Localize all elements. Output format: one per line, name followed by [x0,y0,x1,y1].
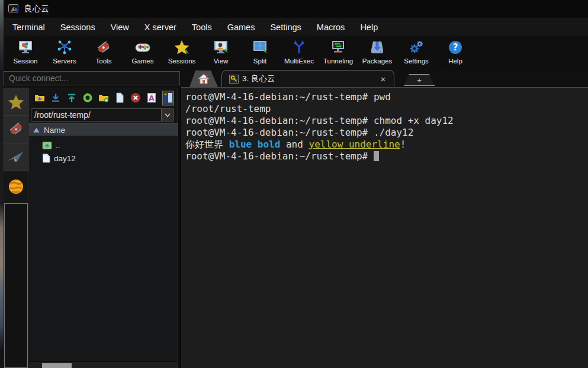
new-folder-icon[interactable] [98,92,109,103]
globe-button[interactable] [4,171,28,202]
file-list[interactable]: .. day12 [29,136,178,361]
menu-help[interactable]: Help [352,20,385,34]
title-bar: 良心云 [4,0,588,18]
current-path: /root/rust-temp/ [31,109,161,121]
paper-plane-icon [7,149,25,165]
toolbar-button-label: Packages [362,57,393,65]
terminal-line: root@VM-4-16-debian:~/rust-temp# [185,151,588,162]
toolbar-split-button[interactable]: Split [240,36,279,69]
menu-x-server[interactable]: X server [137,20,184,34]
toolbar-packages-button[interactable]: Packages [358,36,397,69]
toolbar-multiexec-button[interactable]: MultiExec [279,36,319,69]
toolbar-tools-button[interactable]: Tools [84,36,123,69]
sidebar-macros-button[interactable] [4,143,28,171]
sidebar-sessions-button[interactable] [4,88,28,116]
packages-box-icon [369,39,385,56]
menu-games[interactable]: Games [220,20,263,34]
toolbar-button-label: Tools [96,57,112,65]
tab-new-button[interactable]: + [404,74,435,86]
horizontal-scrollbar[interactable] [29,361,178,368]
multiexec-fork-icon [291,39,307,56]
tab-label: 3. 良心云 [242,73,375,84]
toolbar-tunneling-button[interactable]: Tunneling [319,36,358,69]
home-icon [198,73,210,84]
plus-icon: + [417,76,422,85]
svg-text:?: ? [453,42,458,53]
upload-icon[interactable] [66,92,77,103]
key-icon [229,75,239,84]
toolbar-view-button[interactable]: View [201,36,240,69]
terminal-line: root@VM-4-16-debian:~/rust-temp# ./day12 [185,127,588,139]
terminal-cursor [374,151,379,161]
folder-up-icon[interactable] [34,92,45,103]
file-row-parent[interactable]: .. [29,139,178,152]
toolbar-button-label: Help [448,57,462,65]
file-toolbar: A [29,88,178,108]
toolbar-button-label: Games [131,57,153,65]
terminal-line: /root/rust-temp [185,103,588,115]
toolbar-button-label: Tunneling [323,57,353,65]
path-bar: /root/rust-temp/ [29,108,178,123]
tab-bar: 3. 良心云 × + [181,69,588,88]
sidebar-tools-button[interactable] [4,116,28,143]
chevron-down-icon [165,113,171,117]
toolbar-session-button[interactable]: Session [6,36,45,69]
view-monitor-icon [213,39,229,56]
toolbar-servers-button[interactable]: Servers [45,36,84,69]
star-icon [173,39,190,56]
menu-macros[interactable]: Macros [309,20,353,34]
tab-active-session[interactable]: 3. 良心云 × [221,70,394,87]
menu-settings[interactable]: Settings [262,20,309,34]
toolbar-settings-button[interactable]: Settings [397,36,436,69]
servers-network-icon [56,39,73,56]
new-file-icon[interactable] [114,92,125,103]
toolbar-button-label: Servers [53,57,76,65]
file-list-header[interactable]: Name [29,123,178,136]
toolbar-button-label: Settings [404,57,429,65]
menu-sessions[interactable]: Sessions [53,20,103,34]
split-monitor-icon [252,39,268,56]
menu-tools[interactable]: Tools [184,20,220,34]
refresh-icon[interactable] [82,92,93,103]
quick-connect-input[interactable] [4,71,180,85]
toolbar-button-label: Split [253,57,266,65]
rename-a-icon[interactable]: A [146,92,157,103]
toolbar-sessions-button[interactable]: Sessions [162,36,201,69]
swiss-knife-icon [7,121,25,137]
download-icon[interactable] [50,92,61,103]
file-name: day12 [54,154,76,163]
tab-close-icon[interactable]: × [378,74,388,84]
swiss-knife-icon [95,39,112,56]
toolbar-button-label: Session [14,57,38,65]
sidebar-empty-panel [4,203,28,368]
file-icon [42,153,50,163]
tab-home[interactable] [189,71,218,87]
toolbar-button-label: MultiExec [284,57,314,65]
terminal-line: root@VM-4-16-debian:~/rust-temp# pwd [185,91,588,103]
toolbar-help-button[interactable]: ? Help [436,36,475,69]
toolbar-button-label: View [214,57,229,65]
gears-icon [408,39,425,56]
desktop-edge-strip [0,0,4,368]
path-combo[interactable]: /root/rust-temp/ [31,108,173,121]
path-dropdown-button[interactable] [161,109,173,121]
mobaxterm-logo-icon [8,4,20,14]
app-window: 良心云 Terminal Sessions View X server Tool… [0,0,588,368]
tab-row: 3. 良心云 × + [4,69,588,88]
toolbar-games-button[interactable]: Games [123,36,162,69]
scrollbar-thumb[interactable] [42,363,72,368]
gamepad-icon [134,39,152,56]
sort-asc-icon [33,127,40,133]
menu-terminal[interactable]: Terminal [5,20,53,34]
globe-icon [8,178,24,195]
file-name: .. [56,141,60,150]
tunneling-monitor-icon [330,39,346,56]
panes-view-toggle[interactable] [162,91,174,105]
menu-view[interactable]: View [103,20,137,34]
delete-icon[interactable] [130,92,141,103]
terminal-output[interactable]: root@VM-4-16-debian:~/rust-temp# pwd/roo… [181,88,588,368]
toolbar-button-label: Sessions [168,57,196,65]
file-row-day12[interactable]: day12 [29,152,178,165]
quick-connect-wrap [4,69,181,88]
main-area: A /roo [4,88,588,368]
